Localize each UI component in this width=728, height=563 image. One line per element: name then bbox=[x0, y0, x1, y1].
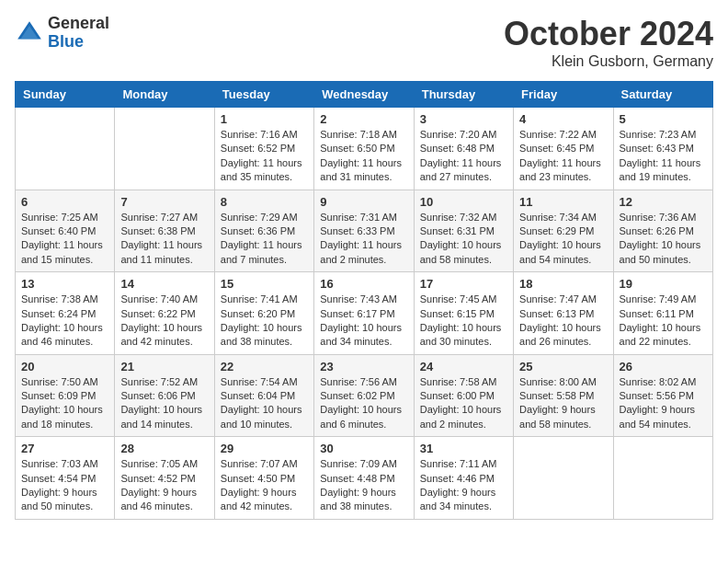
day-cell: 23Sunrise: 7:56 AM Sunset: 6:02 PM Dayli… bbox=[314, 354, 414, 437]
day-number: 12 bbox=[620, 195, 707, 209]
week-row-5: 27Sunrise: 7:03 AM Sunset: 4:54 PM Dayli… bbox=[16, 437, 713, 520]
logo-icon bbox=[15, 18, 44, 48]
day-info: Sunrise: 7:11 AM Sunset: 4:46 PM Dayligh… bbox=[420, 457, 507, 514]
header-cell-thursday: Thursday bbox=[414, 82, 513, 108]
day-number: 21 bbox=[120, 360, 208, 373]
day-cell: 5Sunrise: 7:23 AM Sunset: 6:43 PM Daylig… bbox=[613, 108, 712, 190]
day-info: Sunrise: 7:03 AM Sunset: 4:54 PM Dayligh… bbox=[21, 457, 108, 514]
day-number: 15 bbox=[221, 277, 308, 291]
day-info: Sunrise: 7:36 AM Sunset: 6:26 PM Dayligh… bbox=[620, 211, 707, 268]
logo-blue-text: Blue bbox=[48, 33, 109, 52]
logo-general-text: General bbox=[48, 15, 109, 33]
day-cell: 25Sunrise: 8:00 AM Sunset: 5:58 PM Dayli… bbox=[514, 354, 613, 437]
header-cell-sunday: Sunday bbox=[16, 82, 115, 108]
day-info: Sunrise: 7:29 AM Sunset: 6:36 PM Dayligh… bbox=[221, 211, 308, 268]
header-cell-monday: Monday bbox=[115, 82, 214, 108]
calendar-body: 1Sunrise: 7:16 AM Sunset: 6:52 PM Daylig… bbox=[16, 108, 713, 520]
week-row-4: 20Sunrise: 7:50 AM Sunset: 6:09 PM Dayli… bbox=[16, 354, 713, 437]
day-number: 11 bbox=[519, 195, 607, 209]
day-cell: 2Sunrise: 7:18 AM Sunset: 6:50 PM Daylig… bbox=[314, 108, 414, 190]
day-cell: 3Sunrise: 7:20 AM Sunset: 6:48 PM Daylig… bbox=[414, 108, 513, 190]
day-info: Sunrise: 7:56 AM Sunset: 6:02 PM Dayligh… bbox=[320, 375, 407, 432]
day-number: 20 bbox=[21, 360, 108, 373]
location-title: Klein Gusborn, Germany bbox=[504, 53, 713, 70]
day-number: 9 bbox=[320, 195, 407, 209]
day-number: 30 bbox=[320, 442, 407, 455]
day-info: Sunrise: 7:49 AM Sunset: 6:11 PM Dayligh… bbox=[620, 293, 707, 350]
header-cell-friday: Friday bbox=[514, 82, 613, 108]
day-number: 25 bbox=[519, 360, 607, 373]
day-number: 24 bbox=[420, 360, 507, 373]
logo: General Blue bbox=[15, 15, 109, 52]
day-cell: 14Sunrise: 7:40 AM Sunset: 6:22 PM Dayli… bbox=[115, 272, 214, 355]
calendar-header: SundayMondayTuesdayWednesdayThursdayFrid… bbox=[16, 82, 713, 108]
week-row-1: 1Sunrise: 7:16 AM Sunset: 6:52 PM Daylig… bbox=[16, 108, 713, 190]
day-number: 1 bbox=[221, 112, 308, 126]
day-info: Sunrise: 7:40 AM Sunset: 6:22 PM Dayligh… bbox=[120, 293, 208, 350]
day-number: 23 bbox=[320, 360, 407, 373]
day-info: Sunrise: 7:20 AM Sunset: 6:48 PM Dayligh… bbox=[420, 128, 507, 185]
day-info: Sunrise: 7:34 AM Sunset: 6:29 PM Dayligh… bbox=[519, 211, 607, 268]
day-cell: 24Sunrise: 7:58 AM Sunset: 6:00 PM Dayli… bbox=[414, 354, 513, 437]
day-number: 22 bbox=[221, 360, 308, 373]
day-number: 6 bbox=[21, 195, 108, 209]
day-number: 27 bbox=[21, 442, 108, 455]
header-row: SundayMondayTuesdayWednesdayThursdayFrid… bbox=[16, 82, 713, 108]
day-number: 31 bbox=[420, 442, 507, 455]
day-number: 17 bbox=[420, 277, 507, 291]
day-cell: 30Sunrise: 7:09 AM Sunset: 4:48 PM Dayli… bbox=[314, 437, 414, 520]
header-cell-tuesday: Tuesday bbox=[214, 82, 313, 108]
day-number: 3 bbox=[420, 112, 507, 126]
day-cell: 22Sunrise: 7:54 AM Sunset: 6:04 PM Dayli… bbox=[214, 354, 313, 437]
day-cell: 4Sunrise: 7:22 AM Sunset: 6:45 PM Daylig… bbox=[514, 108, 613, 190]
day-info: Sunrise: 7:18 AM Sunset: 6:50 PM Dayligh… bbox=[320, 128, 407, 185]
day-number: 18 bbox=[519, 277, 607, 291]
day-cell: 1Sunrise: 7:16 AM Sunset: 6:52 PM Daylig… bbox=[214, 108, 313, 190]
day-number: 29 bbox=[221, 442, 308, 455]
day-number: 2 bbox=[320, 112, 407, 126]
day-info: Sunrise: 7:54 AM Sunset: 6:04 PM Dayligh… bbox=[221, 375, 308, 432]
header: General Blue October 2024 Klein Gusborn,… bbox=[15, 15, 713, 70]
day-number: 5 bbox=[620, 112, 707, 126]
day-cell: 28Sunrise: 7:05 AM Sunset: 4:52 PM Dayli… bbox=[115, 437, 214, 520]
day-info: Sunrise: 7:27 AM Sunset: 6:38 PM Dayligh… bbox=[120, 211, 208, 268]
day-info: Sunrise: 7:09 AM Sunset: 4:48 PM Dayligh… bbox=[320, 457, 407, 514]
day-cell bbox=[115, 108, 214, 190]
month-title: October 2024 bbox=[504, 15, 713, 53]
day-cell: 9Sunrise: 7:31 AM Sunset: 6:33 PM Daylig… bbox=[314, 190, 414, 272]
day-info: Sunrise: 7:07 AM Sunset: 4:50 PM Dayligh… bbox=[221, 457, 308, 514]
day-number: 28 bbox=[120, 442, 208, 455]
day-cell: 10Sunrise: 7:32 AM Sunset: 6:31 PM Dayli… bbox=[414, 190, 513, 272]
day-cell: 27Sunrise: 7:03 AM Sunset: 4:54 PM Dayli… bbox=[16, 437, 115, 520]
day-cell: 16Sunrise: 7:43 AM Sunset: 6:17 PM Dayli… bbox=[314, 272, 414, 355]
day-number: 8 bbox=[221, 195, 308, 209]
day-cell: 12Sunrise: 7:36 AM Sunset: 6:26 PM Dayli… bbox=[613, 190, 712, 272]
day-cell bbox=[613, 437, 712, 520]
day-info: Sunrise: 7:05 AM Sunset: 4:52 PM Dayligh… bbox=[120, 457, 208, 514]
day-info: Sunrise: 8:02 AM Sunset: 5:56 PM Dayligh… bbox=[620, 375, 707, 432]
day-cell: 11Sunrise: 7:34 AM Sunset: 6:29 PM Dayli… bbox=[514, 190, 613, 272]
header-cell-wednesday: Wednesday bbox=[314, 82, 414, 108]
day-cell: 31Sunrise: 7:11 AM Sunset: 4:46 PM Dayli… bbox=[414, 437, 513, 520]
day-number: 16 bbox=[320, 277, 407, 291]
calendar-table: SundayMondayTuesdayWednesdayThursdayFrid… bbox=[15, 81, 713, 520]
day-cell: 19Sunrise: 7:49 AM Sunset: 6:11 PM Dayli… bbox=[613, 272, 712, 355]
day-number: 10 bbox=[420, 195, 507, 209]
day-info: Sunrise: 7:38 AM Sunset: 6:24 PM Dayligh… bbox=[21, 293, 108, 350]
day-cell bbox=[514, 437, 613, 520]
day-info: Sunrise: 7:41 AM Sunset: 6:20 PM Dayligh… bbox=[221, 293, 308, 350]
header-cell-saturday: Saturday bbox=[613, 82, 712, 108]
day-cell: 29Sunrise: 7:07 AM Sunset: 4:50 PM Dayli… bbox=[214, 437, 313, 520]
day-info: Sunrise: 7:31 AM Sunset: 6:33 PM Dayligh… bbox=[320, 211, 407, 268]
week-row-2: 6Sunrise: 7:25 AM Sunset: 6:40 PM Daylig… bbox=[16, 190, 713, 272]
day-cell: 6Sunrise: 7:25 AM Sunset: 6:40 PM Daylig… bbox=[16, 190, 115, 272]
day-info: Sunrise: 7:16 AM Sunset: 6:52 PM Dayligh… bbox=[221, 128, 308, 185]
day-number: 14 bbox=[120, 277, 208, 291]
day-cell: 13Sunrise: 7:38 AM Sunset: 6:24 PM Dayli… bbox=[16, 272, 115, 355]
day-cell: 8Sunrise: 7:29 AM Sunset: 6:36 PM Daylig… bbox=[214, 190, 313, 272]
day-cell: 20Sunrise: 7:50 AM Sunset: 6:09 PM Dayli… bbox=[16, 354, 115, 437]
day-info: Sunrise: 7:22 AM Sunset: 6:45 PM Dayligh… bbox=[519, 128, 607, 185]
day-info: Sunrise: 7:25 AM Sunset: 6:40 PM Dayligh… bbox=[21, 211, 108, 268]
day-number: 13 bbox=[21, 277, 108, 291]
day-info: Sunrise: 7:43 AM Sunset: 6:17 PM Dayligh… bbox=[320, 293, 407, 350]
